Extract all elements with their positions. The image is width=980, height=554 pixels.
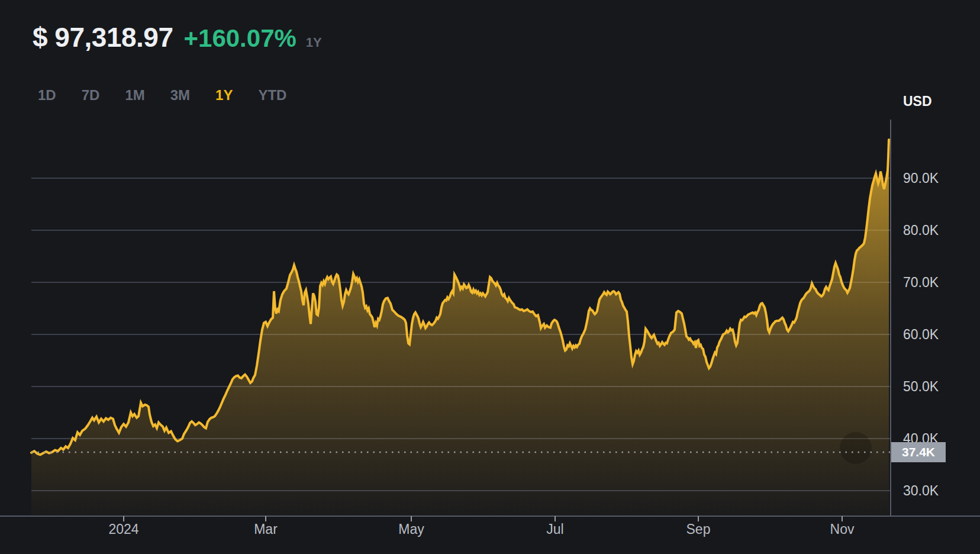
x-axis-label: Jul	[526, 521, 585, 537]
x-axis-label: 2024	[94, 521, 153, 537]
price-area-fill	[31, 140, 889, 516]
y-axis-label: 50.0K	[903, 378, 956, 395]
watermark-logo	[840, 432, 872, 464]
x-axis-label: May	[382, 521, 441, 537]
currency-label: USD	[903, 94, 932, 109]
x-axis-label: Nov	[813, 521, 872, 537]
y-axis-label: 60.0K	[903, 326, 956, 343]
y-axis-label: 30.0K	[903, 482, 956, 499]
x-axis-ticks	[124, 516, 842, 521]
baseline-price-badge: 37.4K	[891, 442, 946, 462]
y-axis-label: 70.0K	[903, 274, 956, 291]
price-area-chart[interactable]	[0, 0, 980, 554]
price-chart-app: $ 97,318.97 +160.07% 1Y 1D7D1M3M1YYTD US…	[0, 0, 980, 554]
x-axis-label: Mar	[236, 521, 295, 537]
x-axis-label: Sep	[669, 521, 728, 537]
y-axis-label: 80.0K	[903, 222, 956, 239]
y-axis-label: 90.0K	[903, 170, 956, 186]
